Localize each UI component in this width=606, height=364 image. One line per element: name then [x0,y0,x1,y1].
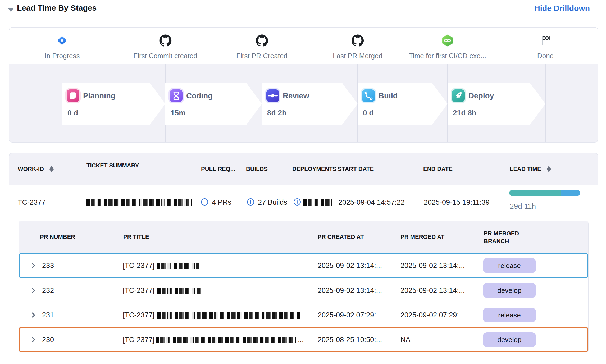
pr-number: 231 [42,311,54,319]
github-icon [159,34,171,47]
pr-row-232[interactable]: 232 [TC-2377] 2025-09-02 13:14:... 2025-… [19,278,588,303]
expand-row-icon[interactable] [30,287,37,294]
expand-builds-icon[interactable] [247,198,255,206]
stage-chip-deploy: Deploy 21d 8h [448,83,545,125]
column-pr-number: PR NUMBER [40,234,75,240]
start-date-value: 2025-09-04 14:57:22 [338,198,405,207]
coding-icon [170,89,183,102]
github-icon [256,34,268,47]
column-pull-requests: PULL REQ... [201,166,235,172]
hide-drilldown-link[interactable]: Hide Drilldown [534,4,590,13]
collapse-caret-icon[interactable] [8,8,14,12]
work-table-header: WORK-ID TICKET SUMMARY PULL REQ... BUILD… [9,153,598,185]
column-ticket-summary: TICKET SUMMARY [86,162,139,169]
sort-lead-time-button[interactable] [547,166,551,172]
column-start-date: START DATE [338,166,374,172]
branch-badge: develop [483,283,536,298]
lead-time-value: 29d 11h [510,202,536,211]
milestone-in-progress: In Progress [45,28,80,60]
milestone-last-pr-merged: Last PR Merged [333,28,382,60]
page-title: Lead Time By Stages [17,3,97,12]
jira-status-icon [56,34,68,47]
column-pr-created-at: PR CREATED AT [318,234,364,240]
build-icon [362,89,375,102]
pr-row-230[interactable]: 230 [TC-2377]... 2025-08-25 10:50:... NA… [19,327,588,352]
branch-badge: release [483,308,536,322]
column-pr-merged-at: PR MERGED AT [400,234,444,240]
branch-badge: develop [483,332,536,347]
column-deployments: DEPLOYMENTS [292,166,336,172]
stage-chip-review: Review 8d 2h [262,83,358,125]
milestone-first-pr: First PR Created [236,28,288,60]
column-lead-time: LEAD TIME [510,166,541,172]
pr-title: [TC-2377] [123,286,201,295]
work-id-value: TC-2377 [18,198,45,207]
pr-created-at: 2025-09-02 13:14:... [318,286,382,295]
column-builds: BUILDS [246,166,268,172]
stage-chip-planning: Planning 0 d [62,83,165,125]
expand-row-icon[interactable] [30,336,37,343]
work-items-table: WORK-ID TICKET SUMMARY PULL REQ... BUILD… [9,153,598,364]
stage-separator [545,64,546,142]
lead-time-by-stages-page: Lead Time By Stages Hide Drilldown In Pr… [0,0,606,364]
column-work-id: WORK-ID [18,166,44,172]
milestone-first-commit: First Commit created [133,28,197,60]
pr-number: 233 [42,262,54,270]
builds-value: 27 Builds [258,198,287,207]
pr-number: 230 [42,336,54,344]
pull-requests-value: 4 PRs [212,198,231,207]
expand-row-icon[interactable] [30,311,37,319]
column-pr-merged-branch: PR MERGED BRANCH [484,230,545,245]
pr-number: 232 [42,286,54,295]
expand-deployments-icon[interactable] [293,198,301,206]
deployments-redacted [303,199,332,206]
deploy-icon [452,89,465,102]
ticket-summary-redacted [86,199,192,206]
pr-merged-at: 2025-09-02 13:14:... [400,262,465,270]
pr-title: [TC-2377]... [123,336,304,344]
branch-badge: release [483,258,536,273]
pr-title: [TC-2377] [123,262,199,270]
milestone-cicd: Time for first CI/CD exe... [409,28,486,60]
column-end-date: END DATE [423,166,453,172]
checkered-flag-icon [539,34,552,47]
github-icon [352,34,364,47]
sort-work-id-button[interactable] [49,166,54,172]
stages-panel: In Progress First Commit created First P… [9,27,598,143]
planning-icon [67,89,79,102]
pr-created-at: 2025-08-25 10:50:... [318,336,382,344]
column-pr-title: PR TITLE [123,234,149,240]
pr-created-at: 2025-09-02 07:29:... [318,311,382,319]
cicd-icon [441,34,454,47]
pr-row-233[interactable]: 233 [TC-2377] 2025-09-02 13:14:... 2025-… [19,253,588,278]
stage-chip-coding: Coding 15m [165,83,262,125]
pr-row-231[interactable]: 231 [TC-2377]... 2025-09-02 07:29:... 20… [19,303,588,328]
pr-merged-at: 2025-09-02 13:14:... [400,286,465,295]
pr-table-header: PR NUMBER PR TITLE PR CREATED AT PR MERG… [19,221,588,253]
collapse-prs-icon[interactable] [201,198,209,206]
stage-band: Planning 0 d Coding 15m Review 8d 2h [9,64,598,142]
stage-chip-build: Build 0 d [358,83,448,125]
pr-table: PR NUMBER PR TITLE PR CREATED AT PR MERG… [19,221,589,352]
lead-time-bar [509,190,580,196]
end-date-value: 2025-09-15 19:11:39 [424,198,490,207]
milestone-done: Done [537,28,554,60]
pr-merged-at: NA [400,336,411,344]
pr-merged-at: 2025-09-02 07:29:... [400,311,465,319]
pr-title: [TC-2377]... [123,311,308,319]
expand-row-icon[interactable] [30,262,37,269]
pr-created-at: 2025-09-02 13:14:... [318,262,382,270]
review-icon [266,89,279,102]
